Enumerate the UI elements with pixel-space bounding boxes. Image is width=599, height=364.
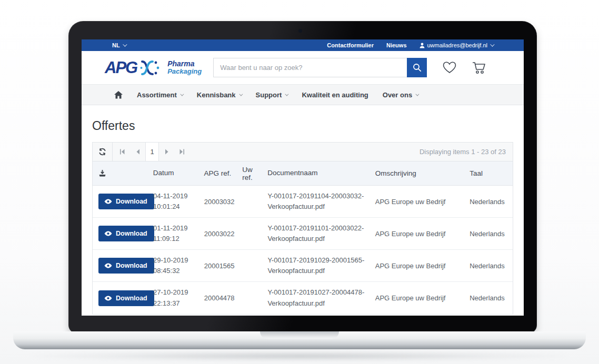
nav-label: Kennisbank xyxy=(197,91,236,99)
table-header-row: Datum APG ref. Uw ref. Documentnaam Omsc… xyxy=(93,161,513,186)
previous-page-button[interactable] xyxy=(130,143,145,161)
table-row: Download 04-11-201910:01:24 20003032 Y-0… xyxy=(93,186,513,218)
cell-apg-ref: 20004478 xyxy=(204,294,243,302)
webcam-dot xyxy=(298,29,302,33)
chevron-down-icon xyxy=(285,92,289,96)
laptop-reflection xyxy=(32,351,567,361)
column-header-apg-ref: APG ref. xyxy=(204,169,242,177)
top-utility-bar: NL Contactformulier Nieuws uwmailadres@b… xyxy=(82,39,524,51)
column-header-datum: Datum xyxy=(153,168,204,179)
pager-status: Displaying items 1 - 23 of 23 xyxy=(189,143,513,161)
cell-taal: Nederlands xyxy=(470,198,513,206)
last-page-button[interactable] xyxy=(174,143,189,161)
documents-grid: 1 Displaying items 1 - 23 of 23 xyxy=(92,142,513,315)
search-button[interactable] xyxy=(407,58,427,77)
laptop-base-notch xyxy=(260,331,339,339)
search-box xyxy=(213,58,427,77)
download-all-icon xyxy=(98,170,149,177)
refresh-button[interactable] xyxy=(93,143,113,161)
logo-apg-text: APG xyxy=(105,58,137,77)
nav-item-support[interactable]: Support xyxy=(256,91,288,99)
main-content: Offertes xyxy=(82,105,524,315)
chevron-down-icon xyxy=(123,42,127,46)
cell-taal: Nederlands xyxy=(470,262,513,270)
wishlist-heart-icon[interactable] xyxy=(443,62,456,74)
column-header-taal: Taal xyxy=(470,169,513,177)
download-button-label: Download xyxy=(116,230,147,237)
download-button-label: Download xyxy=(116,295,147,302)
dna-helix-icon xyxy=(140,59,164,76)
cell-apg-ref: 20003032 xyxy=(204,198,243,206)
current-page-button[interactable]: 1 xyxy=(145,143,159,161)
cell-apg-ref: 20003022 xyxy=(204,230,243,238)
table-row: Download 01-11-201911:09:12 20003022 Y-0… xyxy=(93,218,513,250)
previous-page-icon xyxy=(136,149,140,155)
download-button-label: Download xyxy=(116,262,147,269)
nav-label: Kwaliteit en auditing xyxy=(302,91,368,99)
cell-omschrijving: APG Europe uw Bedrijf xyxy=(375,198,470,206)
cell-datum: 04-11-201910:01:24 xyxy=(153,191,204,212)
eye-icon xyxy=(104,231,112,236)
brand-logo[interactable]: APG Pharma Packaging xyxy=(105,58,202,77)
nav-home[interactable] xyxy=(114,91,123,99)
nav-label: Assortiment xyxy=(137,91,177,99)
cell-documentnaam: Y-001017-20191104-20003032-Verkoopfactuu… xyxy=(267,191,375,212)
download-button[interactable]: Download xyxy=(98,226,154,241)
chevron-down-icon xyxy=(490,42,494,46)
last-page-icon xyxy=(179,149,185,155)
next-page-icon xyxy=(165,149,169,155)
cell-taal: Nederlands xyxy=(470,230,513,238)
home-icon xyxy=(114,91,123,99)
cell-omschrijving: APG Europe uw Bedrijf xyxy=(375,230,470,238)
news-link[interactable]: Nieuws xyxy=(386,42,407,48)
page-title: Offertes xyxy=(92,119,513,133)
search-icon xyxy=(413,63,422,72)
user-icon xyxy=(420,43,425,48)
cell-taal: Nederlands xyxy=(470,294,513,302)
eye-icon xyxy=(104,199,112,204)
browser-viewport: NL Contactformulier Nieuws uwmailadres@b… xyxy=(82,39,524,316)
nav-item-kwaliteit-en-auditing[interactable]: Kwaliteit en auditing xyxy=(302,91,368,99)
chevron-down-icon xyxy=(180,92,184,96)
language-label: NL xyxy=(112,42,120,48)
eye-icon xyxy=(104,263,112,268)
contact-link[interactable]: Contactformulier xyxy=(327,42,374,48)
next-page-button[interactable] xyxy=(159,143,174,161)
chevron-down-icon xyxy=(239,92,243,96)
user-menu[interactable]: uwmailadres@bedrijf.nl xyxy=(420,42,494,48)
download-button[interactable]: Download xyxy=(98,258,154,274)
site-header: APG Pharma Packaging xyxy=(82,51,524,84)
nav-label: Over ons xyxy=(383,91,412,99)
nav-item-over-ons[interactable]: Over ons xyxy=(383,91,418,99)
download-button-label: Download xyxy=(116,198,147,205)
table-row: Download 27-10-201922:13:37 20004478 Y-0… xyxy=(93,282,513,314)
download-button[interactable]: Download xyxy=(98,290,154,306)
refresh-icon xyxy=(98,148,106,156)
laptop-mockup: NL Contactformulier Nieuws uwmailadres@b… xyxy=(0,0,599,364)
cart-icon[interactable] xyxy=(472,62,486,74)
cell-omschrijving: APG Europe uw Bedrijf xyxy=(375,294,470,302)
column-header-download xyxy=(93,170,153,177)
cell-omschrijving: APG Europe uw Bedrijf xyxy=(375,262,470,270)
user-email: uwmailadres@bedrijf.nl xyxy=(427,42,488,48)
column-header-omschrijving: Omschrijving xyxy=(375,169,470,177)
column-header-documentnaam: Documentnaam xyxy=(267,168,375,179)
column-header-uw-ref: Uw ref. xyxy=(242,166,267,181)
first-page-button[interactable] xyxy=(115,143,130,161)
nav-item-assortiment[interactable]: Assortiment xyxy=(137,91,183,99)
cell-documentnaam: Y-001017-20191101-20003022-Verkoopfactuu… xyxy=(267,223,375,244)
table-row: Download 29-10-201908:45:32 20001565 Y-0… xyxy=(93,250,513,282)
cell-datum: 29-10-201908:45:32 xyxy=(153,255,204,276)
language-selector[interactable]: NL xyxy=(112,42,126,48)
nav-label: Support xyxy=(256,91,282,99)
eye-icon xyxy=(104,296,112,301)
pager: 1 xyxy=(115,143,189,161)
main-navigation: Assortiment Kennisbank Support Kwaliteit… xyxy=(82,84,524,105)
cell-documentnaam: Y-001017-20191027-20004478-Verkoopfactuu… xyxy=(267,287,375,308)
search-input[interactable] xyxy=(213,58,407,77)
grid-toolbar: 1 Displaying items 1 - 23 of 23 xyxy=(93,143,513,161)
download-button[interactable]: Download xyxy=(98,194,154,209)
cell-datum: 27-10-201922:13:37 xyxy=(153,287,204,308)
nav-item-kennisbank[interactable]: Kennisbank xyxy=(197,91,242,99)
logo-packaging-text: Packaging xyxy=(167,68,202,75)
